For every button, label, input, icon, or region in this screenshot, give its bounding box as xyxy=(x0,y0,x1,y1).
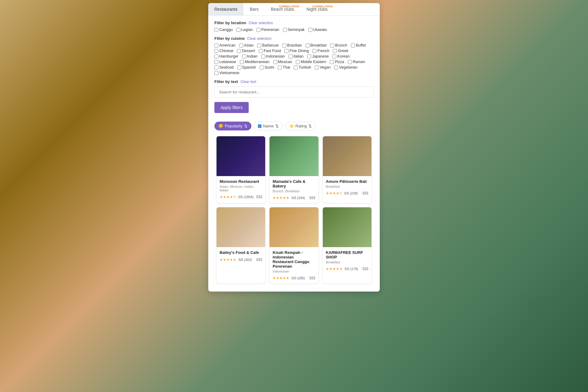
card-cuisine-1: Asian, Mexican, Indian, Italian xyxy=(220,185,262,192)
cuisine-korean[interactable]: Korean xyxy=(332,54,349,58)
clear-cuisine-link[interactable]: Clear selection xyxy=(247,36,271,41)
clear-text-link[interactable]: Clear text xyxy=(240,80,256,84)
filter-cuisine: Filter by cuisine Clear selection Americ… xyxy=(214,36,374,75)
card-cuisine-2: Brunch, Breakfast xyxy=(273,189,315,193)
cuisine-japanese[interactable]: Japanese xyxy=(307,54,329,58)
cuisine-vegan[interactable]: Vegan xyxy=(315,65,330,70)
cuisine-indian[interactable]: Indian xyxy=(242,54,258,58)
cuisine-ramen[interactable]: Ramen xyxy=(348,60,365,64)
card-price-5: $$$ xyxy=(309,276,315,280)
search-input[interactable] xyxy=(214,86,374,98)
restaurant-card-1[interactable]: Monsoon Restaurant Asian, Mexican, India… xyxy=(216,136,266,203)
cuisine-dessert[interactable]: Dessert xyxy=(237,49,255,53)
card-stars-1: ★★★★½ xyxy=(220,195,236,199)
location-seminyak[interactable]: Seminyak xyxy=(283,28,305,32)
coming-soon-badge: COMING SOON xyxy=(279,5,299,8)
filter-location: Filter by location Clear selection Cangg… xyxy=(214,21,374,32)
restaurant-grid: Monsoon Restaurant Asian, Mexican, India… xyxy=(208,134,380,292)
tab-bars[interactable]: Bars xyxy=(243,3,265,15)
cuisine-chinese[interactable]: Chinese xyxy=(214,49,233,53)
cuisine-buffet[interactable]: Buffet xyxy=(351,43,366,47)
apply-filters-button[interactable]: Apply filters xyxy=(214,102,249,113)
restaurant-card-5[interactable]: Kisah Rempah - Indonesian Restaurant Can… xyxy=(269,207,318,284)
tab-bar: Restaurants Bars Beach clubs COMING SOON… xyxy=(208,3,380,16)
card-name-3: Amore Pâtisserie Bali xyxy=(326,179,368,184)
card-name-4: Bailey's Food & Cafe xyxy=(220,250,262,255)
cuisine-mexican[interactable]: Mexican xyxy=(273,60,292,64)
cuisine-barbecue[interactable]: Barbecue xyxy=(257,43,279,47)
card-image-6 xyxy=(323,207,371,247)
card-rating-5: 5/5 (185) xyxy=(292,276,305,280)
name-sort-icon xyxy=(258,124,262,128)
card-price-2: $$$ xyxy=(309,196,315,200)
card-stars-3: ★★★★½ xyxy=(326,191,342,195)
cuisine-pizza[interactable]: Pizza xyxy=(330,60,344,64)
coming-soon-badge-2: COMING SOON xyxy=(312,5,333,8)
cuisine-middle-eastern[interactable]: Middle Eastern xyxy=(296,60,326,64)
card-rating-6: 5/5 (179) xyxy=(345,267,358,271)
location-uluwatu[interactable]: Uluwatu xyxy=(308,28,327,32)
restaurant-card-4[interactable]: Bailey's Food & Cafe ★★★★★ 5/5 (202) $$$ xyxy=(216,207,266,284)
cuisine-fast-food[interactable]: Fast Food xyxy=(259,49,281,53)
card-image-5 xyxy=(270,207,318,247)
cuisine-sushi[interactable]: Sushi xyxy=(260,65,274,70)
filter-section: Filter by location Clear selection Cangg… xyxy=(208,16,380,118)
card-image-4 xyxy=(217,207,265,247)
cuisine-italian[interactable]: Italian xyxy=(288,54,303,58)
card-image-3 xyxy=(323,136,371,176)
clear-location-link[interactable]: Clear selection xyxy=(249,21,273,25)
card-cuisine-6: Breakfast xyxy=(326,260,368,264)
card-name-1: Monsoon Restaurant xyxy=(220,179,262,184)
cuisine-vegetarian[interactable]: Vegetarian xyxy=(334,65,357,70)
cuisine-spanish[interactable]: Spanish xyxy=(237,65,256,70)
restaurant-card-2[interactable]: Mamada's Cafe & Bakery Brunch, Breakfast… xyxy=(269,136,318,203)
location-checkboxes: Canggu Legian Pererenan Seminyak Uluwatu xyxy=(214,28,374,32)
cuisine-brazilian[interactable]: Brazilian xyxy=(282,43,302,47)
sort-name-button[interactable]: Name ⇅ xyxy=(254,122,283,130)
cuisine-thai[interactable]: Thai xyxy=(278,65,290,70)
cuisine-mediterranean[interactable]: Mediterranean xyxy=(240,60,270,64)
card-stars-4: ★★★★★ xyxy=(220,258,236,262)
card-image-1 xyxy=(217,136,265,176)
cuisine-breakfast[interactable]: Breakfast xyxy=(306,43,327,47)
cuisine-hamburger[interactable]: Hamburger xyxy=(214,54,239,58)
location-legian[interactable]: Legian xyxy=(236,28,253,32)
card-name-6: KARMAFREE SURF SHOP xyxy=(326,250,368,259)
cuisine-greek[interactable]: Greek xyxy=(333,49,348,53)
location-canggu[interactable]: Canggu xyxy=(214,28,233,32)
tab-beach-clubs[interactable]: Beach clubs COMING SOON xyxy=(265,3,300,15)
card-cuisine-5: Indonesian xyxy=(273,270,315,273)
card-price-6: $$$ xyxy=(362,267,368,271)
location-pererenan[interactable]: Pererenan xyxy=(256,28,279,32)
card-image-2 xyxy=(270,136,318,176)
sort-rating-button[interactable]: ⭐ Rating ⇅ xyxy=(285,122,316,130)
card-price-4: $$$ xyxy=(256,258,262,262)
cuisine-french[interactable]: French xyxy=(312,49,329,53)
cuisine-brunch[interactable]: Brunch xyxy=(330,43,347,47)
filter-text: Filter by text Clear text xyxy=(214,79,374,98)
cuisine-seafood[interactable]: Seafood xyxy=(214,65,234,70)
card-rating-4: 5/5 (202) xyxy=(239,258,252,262)
card-name-5: Kisah Rempah - Indonesian Restaurant Can… xyxy=(273,250,315,269)
cuisine-asian[interactable]: Asian xyxy=(239,43,254,47)
card-price-3: $$$ xyxy=(362,191,368,195)
restaurant-card-6[interactable]: KARMAFREE SURF SHOP Breakfast ★★★★★ 5/5 … xyxy=(322,207,372,284)
card-cuisine-3: Breakfast xyxy=(326,185,368,188)
card-stars-5: ★★★★★ xyxy=(273,276,289,280)
card-rating-1: 5/5 (1954) xyxy=(238,195,254,199)
card-stars-6: ★★★★★ xyxy=(326,267,343,271)
sort-popularity-button[interactable]: 😋 Popularity ⇅ xyxy=(214,122,251,130)
tab-restaurants[interactable]: Restaurants xyxy=(208,3,243,15)
tab-night-clubs[interactable]: Night clubs COMING SOON xyxy=(300,3,334,15)
cuisine-turkish[interactable]: Turkish xyxy=(294,65,311,70)
card-price-1: $$$ xyxy=(256,195,262,199)
cuisine-american[interactable]: American xyxy=(214,43,236,47)
card-rating-2: 5/5 (244) xyxy=(292,196,305,200)
cuisine-vietnamese[interactable]: Vietnamese xyxy=(214,71,239,75)
cuisine-checkboxes: American Asian Barbecue Brazilian Breakf… xyxy=(214,43,374,75)
cuisine-indonesian[interactable]: Indonesian xyxy=(261,54,285,58)
restaurant-card-3[interactable]: Amore Pâtisserie Bali Breakfast ★★★★½ 5/… xyxy=(322,136,372,203)
cuisine-fine-dining[interactable]: Fine Dining xyxy=(285,49,309,53)
cuisine-lebanese[interactable]: Lebanese xyxy=(214,60,236,64)
card-stars-2: ★★★★★ xyxy=(273,196,289,200)
